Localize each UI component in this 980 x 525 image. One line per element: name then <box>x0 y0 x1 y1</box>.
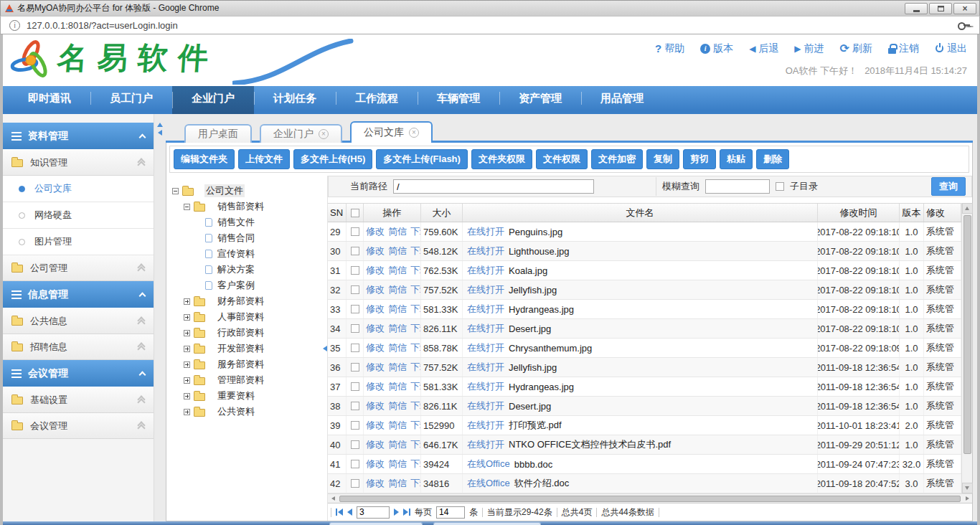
nav-item[interactable]: 工作流程 <box>336 86 418 110</box>
row-checkbox[interactable] <box>351 460 359 468</box>
tree-node[interactable]: 服务部资料 <box>172 356 327 372</box>
open-online-link[interactable]: 在线打开 <box>467 419 504 432</box>
op-link[interactable]: 简信 <box>388 303 407 316</box>
tree-node[interactable]: 重要资料 <box>172 388 327 404</box>
op-link[interactable]: 简信 <box>388 322 407 335</box>
expand-icon[interactable] <box>184 330 190 336</box>
toolbar-button[interactable]: 复制 <box>646 149 679 169</box>
op-link[interactable]: 简信 <box>388 399 407 412</box>
op-link[interactable]: 下载 <box>410 458 421 470</box>
quick-link[interactable]: 刷新 <box>840 42 872 55</box>
tree-node[interactable]: 销售合同 <box>172 230 327 246</box>
op-link[interactable]: 修改 <box>366 322 385 335</box>
op-link[interactable]: 修改 <box>366 283 385 296</box>
op-link[interactable]: 修改 <box>366 477 385 490</box>
nav-item[interactable]: 计划任务 <box>254 86 336 110</box>
toolbar-button[interactable]: 文件夹权限 <box>471 149 532 169</box>
maximize-button[interactable] <box>929 3 952 14</box>
op-link[interactable]: 简信 <box>388 283 407 296</box>
fuzzy-search-input[interactable] <box>705 179 770 194</box>
op-link[interactable]: 下载 <box>410 399 421 412</box>
nav-item[interactable]: 企业门户 <box>172 86 254 114</box>
toolbar-button[interactable]: 剪切 <box>683 149 716 169</box>
expand-icon[interactable] <box>184 409 190 415</box>
nav-item[interactable]: 员工门户 <box>90 86 172 110</box>
row-checkbox[interactable] <box>351 440 359 449</box>
expand-icon[interactable] <box>184 314 190 321</box>
row-checkbox[interactable] <box>351 266 359 275</box>
open-online-link[interactable]: 在线打开 <box>467 283 504 296</box>
toolbar-button[interactable]: 文件权限 <box>536 149 588 169</box>
tree-node[interactable]: 解决方案 <box>172 262 327 278</box>
address-bar[interactable]: i 127.0.0.1:8018/?act=userLogin.login <box>0 16 980 34</box>
sidebar-leaf-item[interactable]: 图片管理 <box>3 229 154 255</box>
op-link[interactable]: 简信 <box>388 361 407 374</box>
page-info-icon[interactable]: i <box>9 20 20 31</box>
open-online-link[interactable]: 在线打开 <box>467 361 504 374</box>
op-link[interactable]: 下载 <box>410 477 421 490</box>
sidebar-section[interactable]: 信息管理 <box>3 281 154 308</box>
row-checkbox[interactable] <box>351 324 359 333</box>
op-link[interactable]: 简信 <box>388 477 407 490</box>
doc-tab[interactable]: 企业门户× <box>260 124 342 143</box>
subdir-checkbox[interactable] <box>776 182 784 191</box>
collapse-left-icon[interactable] <box>158 130 162 136</box>
sidebar-section[interactable]: 资料管理 <box>3 123 154 150</box>
op-link[interactable]: 修改 <box>366 458 385 470</box>
open-online-link[interactable]: 在线打开 <box>467 322 504 335</box>
toolbar-button[interactable]: 多文件上传(H5) <box>293 149 372 169</box>
op-link[interactable]: 修改 <box>366 225 385 238</box>
row-checkbox[interactable] <box>351 402 359 410</box>
op-link[interactable]: 简信 <box>388 419 407 432</box>
tab-close-icon[interactable]: × <box>319 129 329 139</box>
quick-link[interactable]: 前进 <box>794 42 824 55</box>
taskbar-item[interactable] <box>433 522 541 525</box>
toolbar-button[interactable]: 粘贴 <box>720 149 753 169</box>
horizontal-scroll-thumb[interactable] <box>339 496 961 502</box>
op-link[interactable]: 下载 <box>410 341 421 354</box>
op-link[interactable]: 简信 <box>388 438 407 451</box>
open-online-link[interactable]: 在线打开 <box>467 225 504 238</box>
sidebar-leaf-item[interactable]: 公司文库 <box>3 176 154 202</box>
toolbar-button[interactable]: 文件加密 <box>591 149 643 169</box>
row-checkbox[interactable] <box>351 363 359 372</box>
open-online-link[interactable]: 在线打开 <box>467 245 504 257</box>
doc-tab[interactable]: 公司文库× <box>350 121 433 143</box>
tab-close-icon[interactable]: × <box>409 128 419 138</box>
op-link[interactable]: 简信 <box>388 225 407 238</box>
quick-link[interactable]: 帮助 <box>655 42 684 55</box>
query-button[interactable]: 查询 <box>931 177 966 196</box>
sidebar-folder-item[interactable]: 基础设置 <box>3 387 154 413</box>
row-checkbox[interactable] <box>351 479 359 488</box>
op-link[interactable]: 修改 <box>366 245 385 257</box>
op-link[interactable]: 修改 <box>366 399 385 412</box>
op-link[interactable]: 简信 <box>388 380 407 393</box>
op-link[interactable]: 下载 <box>410 245 421 257</box>
open-online-link[interactable]: 在线打开 <box>467 264 504 277</box>
collapse-icon[interactable] <box>172 188 179 194</box>
op-link[interactable]: 修改 <box>366 361 385 374</box>
minimize-button[interactable] <box>905 3 928 14</box>
next-page-button[interactable] <box>394 509 399 516</box>
op-link[interactable]: 下载 <box>410 419 421 432</box>
op-link[interactable]: 修改 <box>366 303 385 316</box>
expand-icon[interactable] <box>184 346 190 352</box>
window-titlebar[interactable]: 名易MyOA协同办公平台 for 体验版 - Google Chrome × <box>0 0 980 16</box>
nav-item[interactable]: 用品管理 <box>581 86 663 110</box>
page-number-input[interactable] <box>357 506 390 519</box>
row-checkbox[interactable] <box>351 285 359 294</box>
quick-link[interactable]: 后退 <box>749 42 778 55</box>
op-link[interactable]: 下载 <box>410 303 421 316</box>
current-path-input[interactable] <box>393 179 594 194</box>
scroll-left-icon[interactable] <box>328 494 338 503</box>
op-link[interactable]: 下载 <box>410 283 421 296</box>
op-link[interactable]: 修改 <box>366 341 385 354</box>
windows-taskbar[interactable] <box>3 521 977 525</box>
nav-item[interactable]: 车辆管理 <box>418 86 499 110</box>
collapse-up-icon[interactable] <box>157 123 163 127</box>
op-link[interactable]: 简信 <box>388 458 407 470</box>
expand-icon[interactable] <box>184 393 190 399</box>
sidebar-folder-item[interactable]: 知识管理 <box>3 150 154 176</box>
close-button[interactable]: × <box>953 3 976 14</box>
op-link[interactable]: 下载 <box>410 322 421 335</box>
